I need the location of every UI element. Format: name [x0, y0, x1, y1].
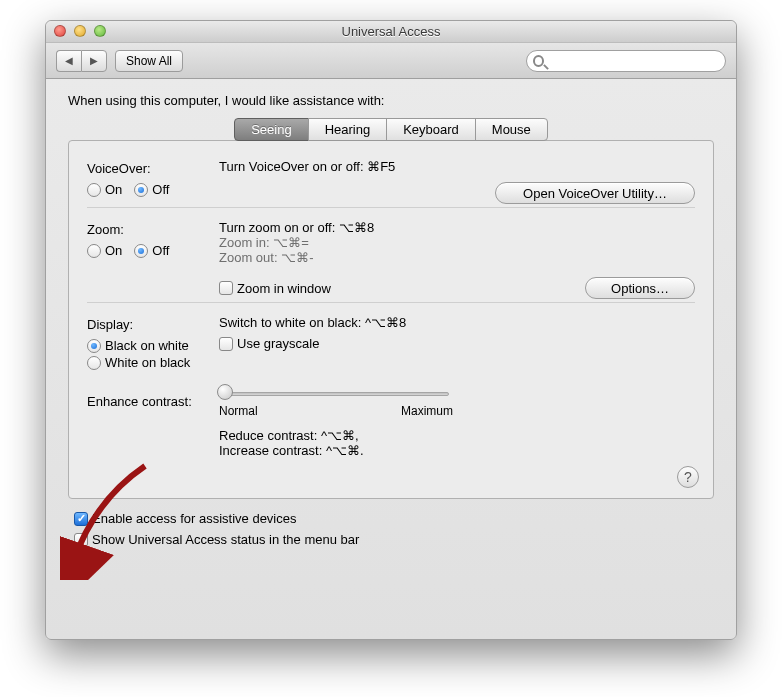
tab-keyboard[interactable]: Keyboard	[386, 118, 476, 141]
search-input[interactable]	[548, 54, 719, 68]
reduce-contrast-hint: Reduce contrast: ^⌥⌘,	[219, 428, 695, 443]
tab-bar: Seeing Hearing Keyboard Mouse	[68, 118, 714, 141]
white-on-black-radio[interactable]: White on black	[87, 355, 207, 370]
tab-mouse[interactable]: Mouse	[475, 118, 548, 141]
window-title: Universal Access	[342, 24, 441, 39]
slider-max-label: Maximum	[401, 404, 453, 418]
titlebar: Universal Access	[46, 21, 736, 43]
seeing-panel: VoiceOver: On Off Turn VoiceOver on or o…	[68, 140, 714, 499]
open-voiceover-utility-button[interactable]: Open VoiceOver Utility…	[495, 182, 695, 204]
zoom-hint-out: Zoom out: ⌥⌘-	[219, 250, 695, 265]
zoom-off-radio[interactable]: Off	[134, 243, 169, 258]
toolbar: ◀ ▶ Show All	[46, 43, 736, 79]
forward-button[interactable]: ▶	[81, 50, 107, 72]
back-button[interactable]: ◀	[56, 50, 81, 72]
intro-text: When using this computer, I would like a…	[68, 93, 714, 108]
footer: Enable access for assistive devices Show…	[68, 499, 714, 547]
zoom-heading: Zoom:	[87, 222, 207, 237]
zoom-options-button[interactable]: Options…	[585, 277, 695, 299]
zoom-on-radio[interactable]: On	[87, 243, 122, 258]
black-on-white-radio[interactable]: Black on white	[87, 338, 207, 353]
slider-knob-icon[interactable]	[217, 384, 233, 400]
close-icon[interactable]	[54, 25, 66, 37]
search-field[interactable]	[526, 50, 726, 72]
tab-seeing[interactable]: Seeing	[234, 118, 308, 141]
display-switch-hint: Switch to white on black: ^⌥⌘8	[219, 315, 695, 330]
show-status-menubar-checkbox[interactable]: Show Universal Access status in the menu…	[74, 532, 708, 547]
use-grayscale-checkbox[interactable]: Use grayscale	[219, 336, 319, 351]
enhance-contrast-slider[interactable]	[219, 384, 449, 402]
voiceover-hint: Turn VoiceOver on or off: ⌘F5	[219, 159, 695, 174]
tab-hearing[interactable]: Hearing	[308, 118, 388, 141]
zoom-in-window-checkbox[interactable]: Zoom in window	[219, 281, 331, 296]
search-icon	[533, 55, 544, 67]
show-all-button[interactable]: Show All	[115, 50, 183, 72]
display-heading: Display:	[87, 317, 207, 332]
chevron-left-icon: ◀	[65, 55, 73, 66]
enhance-contrast-label: Enhance contrast:	[87, 394, 207, 409]
minimize-icon[interactable]	[74, 25, 86, 37]
increase-contrast-hint: Increase contrast: ^⌥⌘.	[219, 443, 695, 458]
zoom-hint-toggle: Turn zoom on or off: ⌥⌘8	[219, 220, 695, 235]
voiceover-section: VoiceOver: On Off Turn VoiceOver on or o…	[87, 155, 695, 208]
display-section: Display: Black on white White on black S…	[87, 303, 695, 486]
zoom-hint-in: Zoom in: ⌥⌘=	[219, 235, 695, 250]
voiceover-heading: VoiceOver:	[87, 161, 207, 176]
zoom-section: Zoom: On Off Turn zoom on or off: ⌥⌘8 Zo…	[87, 208, 695, 303]
enable-assistive-devices-checkbox[interactable]: Enable access for assistive devices	[74, 511, 708, 526]
voiceover-off-radio[interactable]: Off	[134, 182, 169, 197]
voiceover-on-radio[interactable]: On	[87, 182, 122, 197]
zoom-icon[interactable]	[94, 25, 106, 37]
preferences-window: Universal Access ◀ ▶ Show All When using…	[45, 20, 737, 640]
chevron-right-icon: ▶	[90, 55, 98, 66]
help-icon: ?	[684, 469, 692, 485]
help-button[interactable]: ?	[677, 466, 699, 488]
slider-min-label: Normal	[219, 404, 258, 418]
